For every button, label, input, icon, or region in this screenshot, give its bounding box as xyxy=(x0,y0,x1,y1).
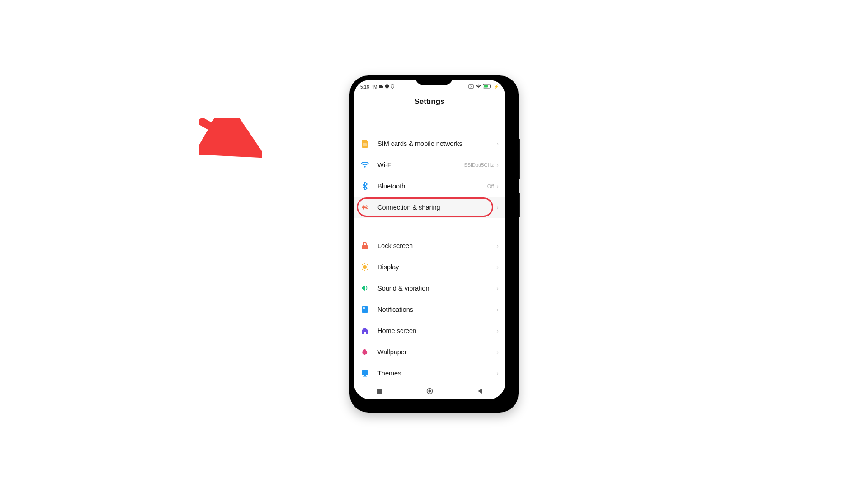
battery-icon xyxy=(483,84,492,89)
row-bluetooth[interactable]: Bluetooth Off › xyxy=(354,175,505,197)
volume-button xyxy=(519,139,520,179)
chevron-right-icon: › xyxy=(496,349,499,355)
chevron-right-icon: › xyxy=(496,306,499,313)
svg-point-29 xyxy=(428,389,431,392)
lock-icon xyxy=(360,241,369,250)
row-label: Wallpaper xyxy=(377,348,496,356)
chevron-right-icon: › xyxy=(496,243,499,249)
sound-icon xyxy=(360,284,369,293)
brightness-icon xyxy=(360,263,369,272)
svg-rect-2 xyxy=(379,85,382,88)
settings-list[interactable]: SIM cards & mobile networks › Wi-Fi SSID… xyxy=(354,110,505,397)
chevron-right-icon: › xyxy=(496,204,499,211)
sim-icon xyxy=(360,139,369,148)
themes-icon xyxy=(360,369,369,378)
page-title: Settings xyxy=(354,92,505,110)
row-value: SSIDptt5GHz xyxy=(464,162,494,168)
row-home-screen[interactable]: Home screen › xyxy=(354,320,505,341)
svg-line-18 xyxy=(362,264,363,265)
search-placeholder-region xyxy=(360,110,499,131)
svg-rect-10 xyxy=(363,143,367,146)
svg-line-21 xyxy=(367,264,368,265)
nav-bar xyxy=(354,383,505,399)
svg-line-19 xyxy=(367,269,368,270)
chevron-right-icon: › xyxy=(496,141,499,147)
status-left: 5:16 PM · xyxy=(360,84,397,89)
row-sim-cards[interactable]: SIM cards & mobile networks › xyxy=(354,133,505,154)
svg-rect-24 xyxy=(362,370,368,375)
chevron-right-icon: › xyxy=(496,264,499,270)
svg-point-6 xyxy=(478,87,479,88)
home-icon xyxy=(360,326,369,335)
chevron-right-icon: › xyxy=(496,285,499,291)
svg-rect-8 xyxy=(491,86,491,87)
row-label: Sound & vibration xyxy=(377,285,496,292)
row-label: Themes xyxy=(377,370,496,377)
wallpaper-icon xyxy=(360,347,369,357)
status-bar: 5:16 PM · ⚡ xyxy=(354,80,505,92)
charging-icon: ⚡ xyxy=(494,84,499,89)
power-button xyxy=(519,193,520,217)
group-personalize: Lock screen › Display › Sound & vibratio… xyxy=(354,229,505,385)
location-icon xyxy=(391,84,394,89)
dot-icon: · xyxy=(396,85,397,89)
chevron-right-icon: › xyxy=(496,162,499,168)
svg-line-1 xyxy=(203,122,252,150)
status-time: 5:16 PM xyxy=(360,84,377,89)
row-notifications[interactable]: Notifications › xyxy=(354,299,505,320)
phone-frame: 5:16 PM · ⚡ Settings xyxy=(349,75,519,413)
svg-rect-9 xyxy=(484,85,488,88)
row-label: Home screen xyxy=(377,327,496,334)
svg-rect-26 xyxy=(363,376,367,377)
row-lock-screen[interactable]: Lock screen › xyxy=(354,235,505,256)
svg-point-11 xyxy=(364,166,366,168)
row-label: Connection & sharing xyxy=(377,204,496,211)
row-sound[interactable]: Sound & vibration › xyxy=(354,277,505,299)
svg-rect-22 xyxy=(362,306,368,313)
svg-line-20 xyxy=(362,269,363,270)
svg-point-13 xyxy=(363,265,367,269)
row-wifi[interactable]: Wi-Fi SSIDptt5GHz › xyxy=(354,154,505,175)
bluetooth-icon xyxy=(360,182,369,191)
annotation-arrow xyxy=(199,118,262,165)
svg-rect-25 xyxy=(364,375,366,376)
svg-rect-12 xyxy=(362,245,368,249)
row-display[interactable]: Display › xyxy=(354,256,505,277)
wifi-icon xyxy=(360,160,369,169)
row-themes[interactable]: Themes › xyxy=(354,362,505,384)
row-label: Lock screen xyxy=(377,242,496,249)
chevron-right-icon: › xyxy=(496,183,499,189)
group-network: SIM cards & mobile networks › Wi-Fi SSID… xyxy=(354,131,505,229)
no-sim-icon xyxy=(468,84,474,89)
status-right: ⚡ xyxy=(468,84,499,89)
row-connection-sharing[interactable]: Connection & sharing › xyxy=(354,197,505,218)
shield-icon xyxy=(385,84,389,89)
row-label: Bluetooth xyxy=(377,183,487,190)
wifi-icon xyxy=(476,84,481,89)
row-label: SIM cards & mobile networks xyxy=(377,140,496,147)
sharing-icon xyxy=(360,203,369,212)
row-label: Display xyxy=(377,263,496,271)
row-wallpaper[interactable]: Wallpaper › xyxy=(354,341,505,362)
svg-rect-27 xyxy=(377,389,382,394)
svg-rect-23 xyxy=(363,307,365,309)
nav-recent[interactable] xyxy=(376,388,382,394)
row-label: Notifications xyxy=(377,306,496,313)
nav-back[interactable] xyxy=(476,388,483,394)
row-label: Wi-Fi xyxy=(377,161,464,169)
nav-home[interactable] xyxy=(426,388,433,394)
stage: 5:16 PM · ⚡ Settings xyxy=(0,0,868,488)
notifications-icon xyxy=(360,305,369,314)
screen: 5:16 PM · ⚡ Settings xyxy=(354,80,505,399)
camera-icon xyxy=(379,84,383,89)
row-value: Off xyxy=(487,183,494,189)
chevron-right-icon: › xyxy=(496,370,499,376)
chevron-right-icon: › xyxy=(496,328,499,334)
